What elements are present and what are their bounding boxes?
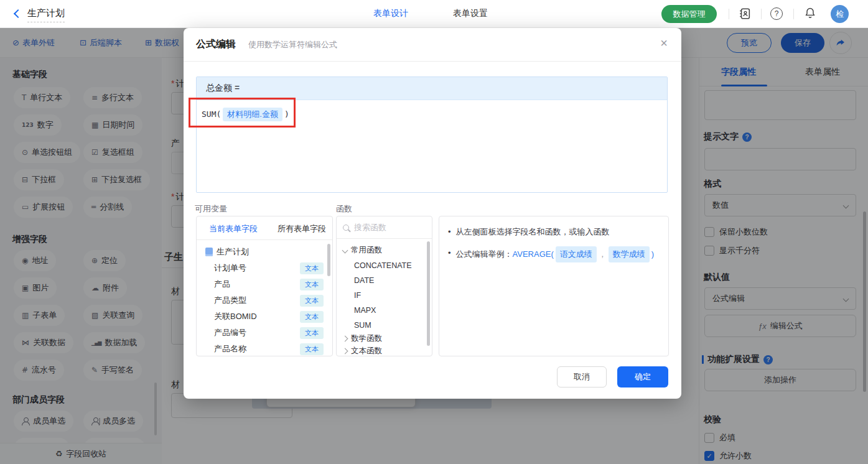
functions-scrollbar[interactable] — [427, 241, 430, 346]
tree-field[interactable]: 产品类型文本 — [197, 292, 332, 309]
tree-root[interactable]: 生产计划 — [197, 244, 332, 260]
tab-current-form-fields[interactable]: 当前表单字段 — [209, 223, 258, 234]
chevron-down-icon — [342, 248, 348, 254]
chevron-right-icon — [342, 336, 348, 342]
modal-title: 公式编辑 — [196, 38, 236, 51]
back-icon[interactable] — [14, 9, 22, 18]
modal-subtitle: 使用数学运算符编辑公式 — [248, 39, 337, 50]
functions-panel: 常用函数 CONCATENATE DATE IF MAPX SUM 数学函数 文… — [336, 216, 432, 356]
type-badge: 文本 — [300, 311, 324, 323]
tab-form-design[interactable]: 表单设计 — [373, 8, 408, 19]
tip-line-example: •公式编辑举例：AVERAGE(语文成绩，数学成绩) — [448, 246, 660, 262]
function-group-text[interactable]: 文本函数 — [343, 346, 382, 356]
search-icon — [343, 225, 349, 231]
divider — [793, 9, 794, 19]
function-item[interactable]: MAPX — [354, 306, 376, 315]
type-badge: 文本 — [300, 262, 324, 274]
bullet: • — [448, 225, 451, 239]
page-title: 生产计划 — [27, 7, 65, 22]
chevron-right-icon — [342, 348, 348, 355]
formula-edit-modal: 公式编辑 使用数学运算符编辑公式 × 总金额 = SUM(材料明细.金额) 可用… — [184, 28, 681, 399]
tab-all-form-fields[interactable]: 所有表单字段 — [278, 223, 326, 234]
function-item[interactable]: IF — [354, 291, 361, 300]
data-manage-button[interactable]: 数据管理 — [661, 5, 717, 23]
functions-label: 函数 — [336, 203, 352, 215]
contacts-icon[interactable] — [738, 7, 752, 23]
function-group-math[interactable]: 数学函数 — [343, 333, 382, 344]
formula-editor[interactable]: 总金额 = SUM(材料明细.金额) — [196, 77, 668, 193]
example-chip: 语文成绩 — [556, 246, 597, 262]
example-chip: 数学成绩 — [609, 246, 650, 262]
close-icon[interactable]: × — [660, 37, 668, 49]
divider — [761, 9, 762, 19]
tips-panel: •从左侧面板选择字段名和函数，或输入函数 •公式编辑举例：AVERAGE(语文成… — [439, 216, 669, 356]
function-item[interactable]: SUM — [354, 321, 371, 330]
variables-label: 可用变量 — [195, 203, 227, 215]
type-badge: 文本 — [300, 327, 324, 339]
tree-field[interactable]: 产品文本 — [197, 276, 332, 292]
cancel-button[interactable]: 取消 — [557, 366, 607, 387]
formula-target-bar: 总金额 = — [197, 77, 667, 100]
function-item[interactable]: CONCATENATE — [354, 261, 412, 270]
help-icon[interactable]: ? — [770, 7, 783, 20]
modal-header: 公式编辑 使用数学运算符编辑公式 — [184, 28, 681, 62]
bullet: • — [448, 246, 451, 262]
variables-panel: 当前表单字段 所有表单字段 生产计划 计划单号文本 产品文本 产品类型文本 关联… — [196, 216, 333, 356]
variables-scrollbar[interactable] — [327, 244, 330, 276]
type-badge: 文本 — [300, 343, 324, 355]
tree-field[interactable]: 产品编号文本 — [197, 325, 332, 341]
tree-field[interactable]: 计划单号文本 — [197, 260, 332, 276]
tree-field[interactable]: 关联BOMID文本 — [197, 309, 332, 325]
search-input[interactable] — [354, 223, 416, 232]
divider — [729, 9, 729, 19]
type-badge: 文本 — [300, 295, 324, 307]
function-search — [337, 216, 432, 239]
variables-tabs: 当前表单字段 所有表单字段 — [197, 216, 332, 240]
tip-line: •从左侧面板选择字段名和函数，或输入函数 — [448, 225, 660, 239]
bell-icon[interactable] — [804, 7, 816, 22]
document-icon — [205, 248, 213, 256]
app-root: 生产计划 表单设计 表单设置 数据管理 ? 检 ⊘表单外链 ⊡后端脚本 ⊞数据权… — [0, 0, 868, 464]
function-item[interactable]: DATE — [354, 276, 374, 285]
formula-highlight-box — [189, 98, 296, 128]
avatar[interactable]: 检 — [831, 5, 849, 23]
type-badge: 文本 — [300, 279, 324, 290]
tree-field[interactable]: 产品名称文本 — [197, 341, 332, 356]
top-bar: 生产计划 表单设计 表单设置 数据管理 ? 检 — [0, 0, 868, 28]
tab-form-settings[interactable]: 表单设置 — [453, 8, 488, 19]
confirm-button[interactable]: 确定 — [617, 366, 668, 387]
function-group-common[interactable]: 常用函数 — [343, 245, 382, 256]
